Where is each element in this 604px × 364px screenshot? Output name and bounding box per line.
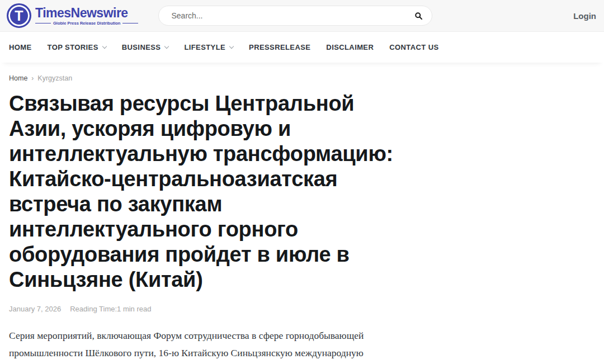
chevron-down-icon: [229, 44, 234, 49]
chevron-down-icon: [164, 44, 169, 49]
breadcrumb-separator: ›: [31, 74, 34, 82]
nav-item-business[interactable]: BUSINESS: [122, 43, 169, 51]
nav-item-label: LIFESTYLE: [184, 43, 225, 51]
breadcrumb: Home › Kyrgyzstan: [9, 74, 595, 82]
tagline-text: Globle Press Release Distribution: [53, 21, 120, 26]
tagline-rule-right: [122, 23, 138, 23]
logo-letter: T: [15, 9, 23, 23]
article-date: January 7, 2026: [9, 305, 61, 313]
tagline-rule-left: [35, 23, 51, 23]
brand-name: TimesNewswire: [35, 6, 138, 20]
article-body: Серия мероприятий, включающая Форум сотр…: [9, 327, 400, 364]
logo[interactable]: T TimesNewswire Globle Press Release Dis…: [7, 3, 138, 28]
logo-icon: T: [7, 3, 31, 28]
search-button[interactable]: [413, 11, 424, 21]
site-header: T TimesNewswire Globle Press Release Dis…: [0, 0, 604, 32]
nav-item-label: CONTACT US: [389, 43, 438, 51]
logo-tagline: Globle Press Release Distribution: [35, 21, 138, 26]
main-nav: HOME TOP STORIES BUSINESS LIFESTYLE PRES…: [0, 32, 604, 63]
nav-item-label: PRESSRELEASE: [249, 43, 310, 51]
article-title: Связывая ресурсы Центральной Азии, ускор…: [9, 91, 396, 292]
breadcrumb-current: Kyrgyzstan: [37, 74, 72, 82]
logo-text: TimesNewswire Globle Press Release Distr…: [35, 6, 138, 26]
nav-item-label: DISCLAIMER: [326, 43, 374, 51]
nav-item-lifestyle[interactable]: LIFESTYLE: [184, 43, 233, 51]
article-reading-time: Reading Time:1 min read: [70, 305, 151, 313]
article-meta: January 7, 2026 Reading Time:1 min read: [9, 305, 595, 313]
nav-item-pressrelease[interactable]: PRESSRELEASE: [249, 43, 310, 51]
search-bar: [158, 6, 432, 26]
nav-item-home[interactable]: HOME: [9, 43, 32, 51]
search-input[interactable]: [171, 11, 413, 20]
nav-item-top-stories[interactable]: TOP STORIES: [48, 43, 106, 51]
article-page: Home › Kyrgyzstan Связывая ресурсы Центр…: [0, 63, 604, 364]
nav-item-contact-us[interactable]: CONTACT US: [389, 43, 438, 51]
chevron-down-icon: [102, 44, 106, 49]
search-icon: [414, 12, 423, 20]
nav-item-disclaimer[interactable]: DISCLAIMER: [326, 43, 374, 51]
nav-item-label: HOME: [9, 43, 32, 51]
breadcrumb-home-link[interactable]: Home: [9, 74, 27, 82]
nav-item-label: TOP STORIES: [48, 43, 98, 51]
nav-item-label: BUSINESS: [122, 43, 161, 51]
login-link[interactable]: Login: [573, 11, 596, 21]
